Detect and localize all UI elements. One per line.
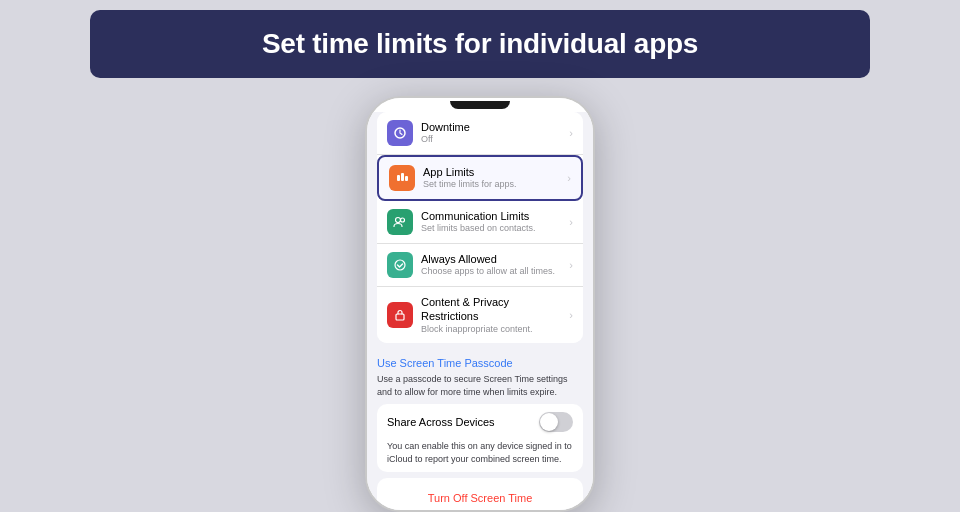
content-privacy-title: Content & Privacy Restrictions — [421, 295, 569, 324]
svg-rect-1 — [397, 175, 400, 181]
content-privacy-chevron: › — [569, 309, 573, 321]
page-wrapper: Set time limits for individual apps — [0, 0, 960, 512]
header-banner: Set time limits for individual apps — [90, 10, 870, 78]
content-privacy-icon — [387, 302, 413, 328]
communication-icon — [387, 209, 413, 235]
passcode-section: Use Screen Time Passcode Use a passcode … — [377, 351, 583, 398]
svg-point-6 — [395, 260, 405, 270]
downtime-chevron: › — [569, 127, 573, 139]
phone-notch — [450, 101, 510, 109]
always-allowed-icon — [387, 252, 413, 278]
app-limits-text: App Limits Set time limits for apps. — [423, 165, 567, 191]
settings-row-downtime[interactable]: Downtime Off › — [377, 112, 583, 155]
communication-title: Communication Limits — [421, 209, 569, 223]
phone-top — [367, 98, 593, 112]
content-privacy-text: Content & Privacy Restrictions Block ina… — [421, 295, 569, 335]
communication-text: Communication Limits Set limits based on… — [421, 209, 569, 235]
settings-row-always-allowed[interactable]: Always Allowed Choose apps to allow at a… — [377, 244, 583, 287]
app-limits-subtitle: Set time limits for apps. — [423, 179, 567, 191]
app-limits-chevron: › — [567, 172, 571, 184]
content-privacy-subtitle: Block inappropriate content. — [421, 324, 569, 336]
share-description: You can enable this on any device signed… — [377, 440, 583, 471]
downtime-text: Downtime Off — [421, 120, 569, 146]
downtime-subtitle: Off — [421, 134, 569, 146]
passcode-link[interactable]: Use Screen Time Passcode — [377, 351, 583, 373]
header-title: Set time limits for individual apps — [120, 28, 840, 60]
settings-list: Downtime Off › App Limi — [377, 112, 583, 343]
svg-rect-3 — [405, 176, 408, 181]
turn-off-section[interactable]: Turn Off Screen Time — [377, 478, 583, 512]
downtime-icon — [387, 120, 413, 146]
communication-subtitle: Set limits based on contacts. — [421, 223, 569, 235]
always-allowed-chevron: › — [569, 259, 573, 271]
share-toggle[interactable] — [539, 412, 573, 432]
settings-row-content-privacy[interactable]: Content & Privacy Restrictions Block ina… — [377, 287, 583, 343]
screen-content: Downtime Off › App Limi — [367, 112, 593, 512]
communication-chevron: › — [569, 216, 573, 228]
share-section: Share Across Devices You can enable this… — [377, 404, 583, 471]
downtime-title: Downtime — [421, 120, 569, 134]
svg-rect-7 — [396, 314, 404, 320]
share-text: Share Across Devices — [387, 416, 539, 428]
always-allowed-text: Always Allowed Choose apps to allow at a… — [421, 252, 569, 278]
app-limits-title: App Limits — [423, 165, 567, 179]
phone-mockup: Downtime Off › App Limi — [365, 96, 595, 512]
passcode-description: Use a passcode to secure Screen Time set… — [377, 373, 583, 398]
svg-point-4 — [396, 218, 401, 223]
svg-rect-2 — [401, 173, 404, 181]
always-allowed-title: Always Allowed — [421, 252, 569, 266]
share-title: Share Across Devices — [387, 416, 539, 428]
always-allowed-subtitle: Choose apps to allow at all times. — [421, 266, 569, 278]
app-limits-icon — [389, 165, 415, 191]
svg-point-5 — [401, 218, 405, 222]
turn-off-button[interactable]: Turn Off Screen Time — [428, 492, 533, 504]
toggle-thumb — [540, 413, 558, 431]
share-row: Share Across Devices — [377, 404, 583, 440]
settings-row-app-limits[interactable]: App Limits Set time limits for apps. › — [377, 155, 583, 201]
settings-row-communication[interactable]: Communication Limits Set limits based on… — [377, 201, 583, 244]
